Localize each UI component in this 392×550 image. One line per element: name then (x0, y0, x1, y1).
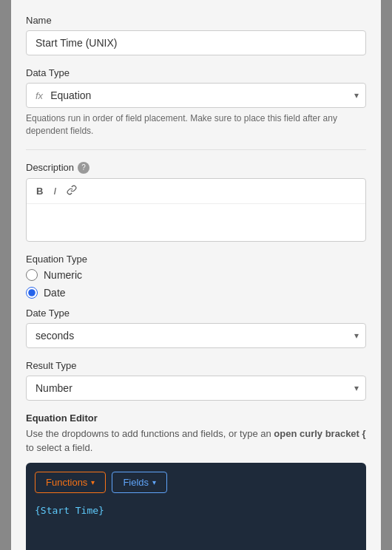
equation-content[interactable]: {Start Time} (35, 502, 357, 519)
divider-1 (26, 149, 366, 150)
fx-icon: fx (36, 90, 43, 101)
description-label: Description ? (26, 162, 366, 174)
name-label: Name (26, 15, 366, 26)
radio-numeric[interactable] (26, 269, 38, 281)
date-type-label: Date Type (26, 308, 366, 319)
result-type-select[interactable]: Number Text (26, 376, 366, 401)
bold-button[interactable]: B (33, 183, 47, 199)
date-type-group: Date Type seconds milliseconds ▾ (26, 308, 366, 348)
name-group: Name (26, 15, 366, 55)
equation-editor-section: Equation Editor Use the dropdowns to add… (26, 412, 366, 550)
hint-bold: open curly bracket { (274, 428, 365, 439)
data-type-select-box[interactable]: fx Equation (26, 83, 366, 108)
equation-toolbar: Functions ▾ Fields ▾ (35, 472, 357, 493)
data-type-info: Equations run in order of field placemen… (26, 112, 366, 138)
description-help-icon[interactable]: ? (78, 162, 89, 174)
fields-arrow-icon: ▾ (152, 478, 156, 486)
result-type-group: Result Type Number Text ▾ (26, 360, 366, 401)
radio-date[interactable] (26, 287, 38, 299)
functions-button[interactable]: Functions ▾ (35, 472, 106, 493)
description-box: B I (26, 178, 366, 242)
link-button[interactable] (63, 183, 81, 199)
description-toolbar: B I (27, 179, 365, 204)
equation-type-group: Equation Type Numeric Date (26, 254, 366, 299)
link-icon (67, 185, 77, 195)
data-type-select[interactable]: Equation (47, 84, 356, 107)
data-type-select-wrapper: fx Equation ▾ (26, 83, 366, 108)
italic-button[interactable]: I (50, 183, 60, 199)
date-type-select-wrapper: seconds milliseconds ▾ (26, 323, 366, 348)
radio-numeric-label: Numeric (44, 269, 82, 281)
radio-date-option[interactable]: Date (26, 287, 366, 299)
description-group: Description ? B I (26, 162, 366, 242)
data-type-group: Data Type fx Equation ▾ Equations run in… (26, 67, 366, 138)
fields-button[interactable]: Fields ▾ (112, 472, 167, 493)
result-type-select-wrapper: Number Text ▾ (26, 376, 366, 401)
result-type-label: Result Type (26, 360, 366, 371)
functions-arrow-icon: ▾ (91, 478, 95, 486)
equation-type-label: Equation Type (26, 254, 366, 265)
description-input[interactable] (27, 204, 365, 241)
radio-numeric-option[interactable]: Numeric (26, 269, 366, 281)
date-type-select[interactable]: seconds milliseconds (26, 323, 366, 348)
radio-date-label: Date (44, 287, 66, 299)
name-input[interactable] (26, 30, 366, 55)
equation-editor-label: Equation Editor (26, 412, 366, 424)
equation-editor-box[interactable]: Functions ▾ Fields ▾ {Start Time} (26, 463, 366, 550)
main-panel: Name Data Type fx Equation ▾ Equations r… (11, 0, 381, 550)
data-type-label: Data Type (26, 67, 366, 78)
equation-editor-hint: Use the dropdowns to add functions and f… (26, 427, 366, 455)
